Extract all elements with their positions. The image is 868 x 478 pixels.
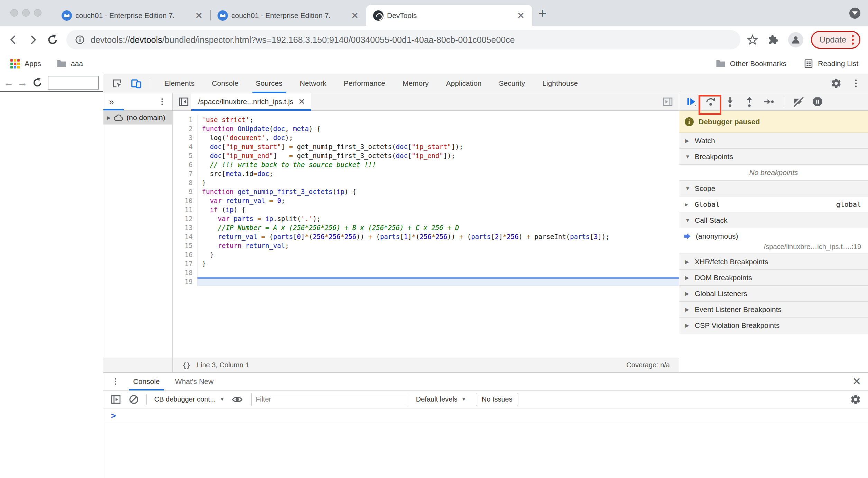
devtools-menu-icon[interactable]	[851, 78, 861, 89]
navigator-menu-icon[interactable]	[158, 97, 167, 106]
browser-tab-devtools-active[interactable]: DevTools ✕	[366, 5, 532, 26]
code-line-8[interactable]: 8}	[173, 178, 679, 187]
code-line-18[interactable]: 18	[173, 268, 679, 277]
section-xhr-breakpoints[interactable]: ▶ XHR/fetch Breakpoints	[679, 254, 868, 270]
line-number[interactable]: 19	[173, 277, 197, 286]
inspect-element-icon[interactable]	[111, 77, 123, 89]
page-text-input[interactable]	[48, 76, 99, 90]
code-line-5[interactable]: 5 doc["ip_num_end"] = get_numip_first_3_…	[173, 151, 679, 160]
apps-grid-icon[interactable]	[10, 59, 20, 68]
code-line-2[interactable]: 2function OnUpdate(doc, meta) {	[173, 124, 679, 133]
line-number[interactable]: 11	[173, 205, 197, 214]
show-debugger-panel-icon[interactable]	[662, 96, 673, 107]
devtools-tab-application[interactable]: Application	[445, 74, 483, 93]
line-number[interactable]: 14	[173, 232, 197, 241]
code-line-7[interactable]: 7 src[meta.id=doc;	[173, 169, 679, 178]
code-line-17[interactable]: 17}	[173, 259, 679, 268]
tree-item-no-domain[interactable]: ▶ (no domain)	[103, 111, 172, 125]
section-scope[interactable]: ▼ Scope	[679, 181, 868, 196]
code-line-14[interactable]: 14 return_val = (parts[0]*(256*256*256))…	[173, 232, 679, 241]
new-tab-button[interactable]: +	[538, 6, 546, 21]
bookmark-apps-label[interactable]: Apps	[25, 59, 41, 68]
pause-on-exceptions-icon[interactable]	[812, 96, 823, 108]
devtools-tab-lighthouse[interactable]: Lighthouse	[541, 74, 579, 93]
live-expression-eye-icon[interactable]	[231, 394, 243, 405]
section-dom-breakpoints[interactable]: ▶ DOM Breakpoints	[679, 270, 868, 286]
minimize-window-button[interactable]	[22, 9, 30, 17]
hide-navigator-icon[interactable]	[178, 96, 189, 107]
more-tabs-button[interactable]: »	[109, 96, 114, 107]
page-info-icon[interactable]	[75, 35, 85, 45]
clear-console-icon[interactable]	[128, 394, 139, 405]
line-number[interactable]: 5	[173, 151, 197, 160]
line-number[interactable]: 18	[173, 268, 197, 277]
drawer-tab-whats-new[interactable]: What's New	[173, 373, 215, 390]
frame-location-link[interactable]: /space/linuxbre…ich_ips.t….:19	[679, 243, 868, 251]
deactivate-breakpoints-icon[interactable]	[792, 96, 804, 108]
code-line-3[interactable]: 3 log('document', doc);	[173, 133, 679, 142]
code-editor[interactable]: 1'use strict';2function OnUpdate(doc, me…	[173, 111, 679, 358]
line-number[interactable]: 16	[173, 250, 197, 259]
section-global-listeners[interactable]: ▶ Global Listeners	[679, 286, 868, 302]
code-line-15[interactable]: 15 return return_val;	[173, 241, 679, 250]
no-issues-button[interactable]: No Issues	[476, 393, 518, 406]
close-tab-icon[interactable]: ✕	[194, 11, 204, 20]
page-forward-icon[interactable]: →	[17, 77, 28, 89]
line-number[interactable]: 9	[173, 187, 197, 196]
line-number[interactable]: 13	[173, 223, 197, 232]
zoom-window-button[interactable]	[34, 9, 41, 17]
code-line-12[interactable]: 12 var parts = ip.split('.');	[173, 214, 679, 223]
code-line-13[interactable]: 13 //IP Number = A x (256*256*256) + B x…	[173, 223, 679, 232]
code-line-6[interactable]: 6 // !!! write back to the source bucket…	[173, 160, 679, 169]
close-tab-icon[interactable]: ✕	[516, 11, 526, 20]
console-filter-input[interactable]	[251, 393, 407, 406]
code-line-10[interactable]: 10 var return_val = 0;	[173, 196, 679, 205]
drawer-tab-console[interactable]: Console	[131, 373, 162, 390]
devtools-tab-network[interactable]: Network	[298, 74, 328, 93]
step-into-icon[interactable]	[724, 96, 736, 108]
step-icon[interactable]	[763, 96, 775, 108]
chevron-right-icon[interactable]: ▶	[107, 115, 111, 120]
close-tab-icon[interactable]: ✕	[350, 11, 360, 20]
close-drawer-icon[interactable]: ✕	[852, 375, 861, 387]
devtools-tab-performance[interactable]: Performance	[342, 74, 387, 93]
settings-gear-icon[interactable]	[831, 78, 842, 89]
code-line-19[interactable]: 19	[173, 277, 679, 286]
bookmark-folder-aaa[interactable]: aaa	[71, 59, 83, 68]
scope-global-row[interactable]: ▶ Global global	[679, 196, 868, 212]
line-number[interactable]: 4	[173, 142, 197, 151]
line-number[interactable]: 15	[173, 241, 197, 250]
format-braces-icon[interactable]: {}	[182, 361, 191, 369]
section-csp-violation-breakpoints[interactable]: ▶ CSP Violation Breakpoints	[679, 318, 868, 333]
other-bookmarks[interactable]: Other Bookmarks	[715, 59, 786, 68]
drawer-menu-icon[interactable]	[111, 377, 120, 386]
browser-menu-icon[interactable]	[852, 35, 854, 45]
back-icon[interactable]	[8, 34, 19, 46]
devtools-tab-sources[interactable]: Sources	[255, 74, 284, 93]
close-window-button[interactable]	[10, 9, 18, 17]
reload-icon[interactable]	[46, 34, 59, 46]
console-prompt[interactable]: >	[103, 408, 868, 423]
execution-context-selector[interactable]: CB debugger cont... ▼	[154, 395, 224, 403]
console-settings-gear-icon[interactable]	[850, 394, 861, 405]
devtools-tab-memory[interactable]: Memory	[401, 74, 430, 93]
line-number[interactable]: 1	[173, 115, 197, 124]
page-back-icon[interactable]: ←	[3, 77, 14, 89]
step-out-icon[interactable]	[744, 96, 755, 108]
forward-icon[interactable]	[27, 34, 39, 46]
code-line-16[interactable]: 16 }	[173, 250, 679, 259]
line-number[interactable]: 3	[173, 133, 197, 142]
line-number[interactable]: 7	[173, 169, 197, 178]
close-file-tab-icon[interactable]: ✕	[298, 97, 305, 107]
code-line-1[interactable]: 1'use strict';	[173, 115, 679, 124]
section-call-stack[interactable]: ▼ Call Stack	[679, 212, 868, 228]
devtools-tab-security[interactable]: Security	[497, 74, 526, 93]
devtools-tab-elements[interactable]: Elements	[163, 74, 196, 93]
line-number[interactable]: 6	[173, 160, 197, 169]
file-tab-active[interactable]: /space/linuxbre...nrich_ips.t.js ✕	[191, 93, 311, 111]
code-line-11[interactable]: 11 if (ip) {	[173, 205, 679, 214]
section-event-listener-breakpoints[interactable]: ▶ Event Listener Breakpoints	[679, 302, 868, 318]
line-number[interactable]: 2	[173, 124, 197, 133]
devtools-tab-console[interactable]: Console	[211, 74, 240, 93]
line-number[interactable]: 10	[173, 196, 197, 205]
